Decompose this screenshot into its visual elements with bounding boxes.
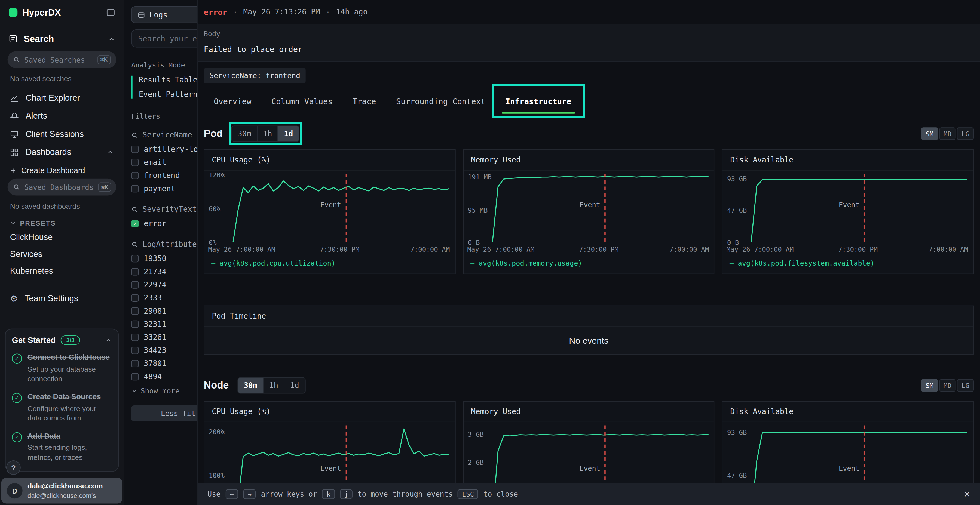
analysis-mode-results-table[interactable]: Results Table	[139, 76, 197, 84]
checkbox-icon[interactable]	[131, 359, 139, 367]
pod-size-md[interactable]: MD	[939, 127, 956, 140]
chevron-up-icon[interactable]	[105, 337, 112, 344]
sidebar-item-team-settings[interactable]: ⚙ Team Settings	[0, 289, 124, 308]
event-search-input[interactable]: Search your ev	[131, 29, 197, 48]
checkbox-icon[interactable]	[131, 307, 139, 314]
sidebar-item-client-sessions[interactable]: Client Sessions	[0, 125, 124, 143]
get-started-header[interactable]: Get Started 3/3	[12, 336, 112, 345]
tab-column-values[interactable]: Column Values	[261, 87, 342, 116]
checkbox-icon[interactable]	[131, 333, 139, 341]
sidebar-item-chart-explorer[interactable]: Chart Explorer	[0, 89, 124, 107]
get-started-card: Get Started 3/3 ✓Connect to ClickHouseSe…	[5, 329, 119, 472]
filter-option-37801[interactable]: 37801	[131, 357, 197, 370]
sidebar-item-alerts[interactable]: Alerts	[0, 107, 124, 125]
footer-text: Use	[207, 489, 221, 498]
chevron-up-icon[interactable]	[108, 35, 115, 42]
x-axis-tick: May 26 7:00:00 AM	[468, 245, 535, 253]
preset-item-services[interactable]: Services	[0, 245, 124, 262]
filter-option-email[interactable]: email	[131, 156, 197, 169]
filter-option-payment[interactable]: payment	[131, 182, 197, 195]
x-axis-tick: 7:00:00 AM	[929, 245, 968, 253]
tab-label: Infrastructure	[506, 97, 571, 106]
filter-option-frontend[interactable]: frontend	[131, 169, 197, 182]
checkbox-icon[interactable]	[131, 184, 139, 192]
filter-option-22974[interactable]: 22974	[131, 278, 197, 291]
checkbox-icon[interactable]	[131, 294, 139, 302]
presets-toggle[interactable]: PRESETS	[0, 211, 124, 229]
node-range-1d[interactable]: 1d	[284, 378, 305, 393]
pod-size-sm[interactable]: SM	[921, 127, 938, 140]
tab-overview[interactable]: Overview	[204, 87, 261, 116]
sidebar-item-dashboards[interactable]: Dashboards	[0, 143, 124, 161]
pod-charts-grid: CPU Usage (%)Event120%60%0%May 26 7:00:0…	[204, 149, 974, 274]
close-icon[interactable]: ×	[964, 488, 970, 500]
get-started-progress-badge: 3/3	[61, 336, 80, 345]
checkbox-icon[interactable]	[131, 172, 139, 179]
filter-option-error[interactable]: ✓error	[131, 217, 197, 230]
filter-group-header-severitytext[interactable]: SeverityText	[131, 205, 197, 214]
checkbox-icon[interactable]	[131, 268, 139, 275]
create-dashboard-label: Create Dashboard	[21, 166, 85, 175]
checkbox-icon[interactable]	[131, 320, 139, 328]
checkbox-icon[interactable]	[131, 145, 139, 153]
tab-trace[interactable]: Trace	[342, 87, 386, 116]
chart-legend-pod-memory: — avg(k8s.pod.memory.usage)	[464, 255, 714, 274]
pod-range-1h[interactable]: 1h	[257, 126, 278, 141]
checkbox-icon[interactable]	[131, 158, 139, 166]
tab-infrastructure[interactable]: Infrastructure	[495, 87, 581, 116]
nav-item-label: Alerts	[25, 111, 47, 121]
pod-range-30m[interactable]: 30m	[232, 126, 257, 141]
source-selector-button[interactable]: Logs	[131, 6, 197, 23]
filter-option-32311[interactable]: 32311	[131, 317, 197, 330]
filter-option-label: 37801	[144, 359, 166, 368]
node-range-30m[interactable]: 30m	[238, 378, 263, 393]
get-started-step[interactable]: ✓Connect to ClickHouseSet up your databa…	[12, 353, 112, 384]
node-range-1h[interactable]: 1h	[263, 378, 284, 393]
checkbox-icon[interactable]	[131, 346, 139, 354]
filter-option-4894[interactable]: 4894	[131, 370, 197, 383]
sidebar-item-search[interactable]: Search	[0, 22, 124, 48]
filter-option-19350[interactable]: 19350	[131, 252, 197, 265]
event-search-placeholder: Search your ev	[138, 34, 197, 43]
get-started-title: Get Started	[12, 336, 56, 345]
get-started-step[interactable]: ✓Add DataStart sending logs, metrics, or…	[12, 432, 112, 462]
event-relative-time: 14h ago	[336, 8, 368, 16]
checkbox-icon[interactable]	[131, 281, 139, 288]
node-size-lg[interactable]: LG	[957, 379, 974, 392]
service-name-tag[interactable]: ServiceName: frontend	[204, 68, 306, 83]
node-size-md[interactable]: MD	[939, 379, 956, 392]
filter-option-29081[interactable]: 29081	[131, 304, 197, 317]
x-axis-ticks: May 26 7:00:00 AM7:30:00 PM7:00:00 AM	[723, 245, 973, 255]
checkbox-icon[interactable]	[131, 373, 139, 380]
grid-icon	[10, 148, 19, 156]
sidebar-collapse-icon[interactable]	[106, 8, 115, 17]
checkbox-icon[interactable]	[131, 255, 139, 262]
analysis-mode-event-patterns[interactable]: Event Patterns	[139, 90, 197, 99]
pod-size-lg[interactable]: LG	[957, 127, 974, 140]
filter-option-2333[interactable]: 2333	[131, 291, 197, 304]
event-marker-label: Event	[839, 201, 859, 209]
chart-title-node-cpu: CPU Usage (%)	[204, 402, 455, 422]
checkbox-checked-icon[interactable]: ✓	[131, 219, 139, 227]
event-marker-line	[864, 173, 865, 241]
saved-dashboards-input[interactable]: Saved Dashboards ⌘K	[8, 179, 116, 195]
node-size-sm[interactable]: SM	[921, 379, 938, 392]
filter-option-34423[interactable]: 34423	[131, 344, 197, 357]
y-axis-tick: 0%	[209, 239, 217, 246]
filter-group-header-servicename[interactable]: ServiceName	[131, 130, 197, 139]
create-dashboard-button[interactable]: Create Dashboard	[0, 161, 124, 175]
user-menu[interactable]: D dale@clickhouse.com dale@clickhouse.co…	[2, 478, 123, 503]
filter-option-21734[interactable]: 21734	[131, 265, 197, 278]
filter-option-33261[interactable]: 33261	[131, 330, 197, 344]
pod-range-1d[interactable]: 1d	[278, 126, 299, 141]
saved-searches-input[interactable]: Saved Searches ⌘K	[8, 51, 116, 68]
help-button[interactable]: ?	[6, 461, 21, 475]
tab-surrounding-context[interactable]: Surrounding Context	[386, 87, 495, 116]
preset-item-clickhouse[interactable]: ClickHouse	[0, 229, 124, 245]
less-filters-button[interactable]: Less fil	[131, 405, 197, 421]
preset-item-kubernetes[interactable]: Kubernetes	[0, 262, 124, 279]
show-more-link[interactable]: Show more	[131, 387, 197, 395]
filter-group-header-logattributes[interactable]: LogAttributes	[131, 240, 197, 249]
filter-option-artillery-loa[interactable]: artillery-loa	[131, 142, 197, 156]
get-started-step[interactable]: ✓Create Data SourcesConfigure where your…	[12, 392, 112, 423]
